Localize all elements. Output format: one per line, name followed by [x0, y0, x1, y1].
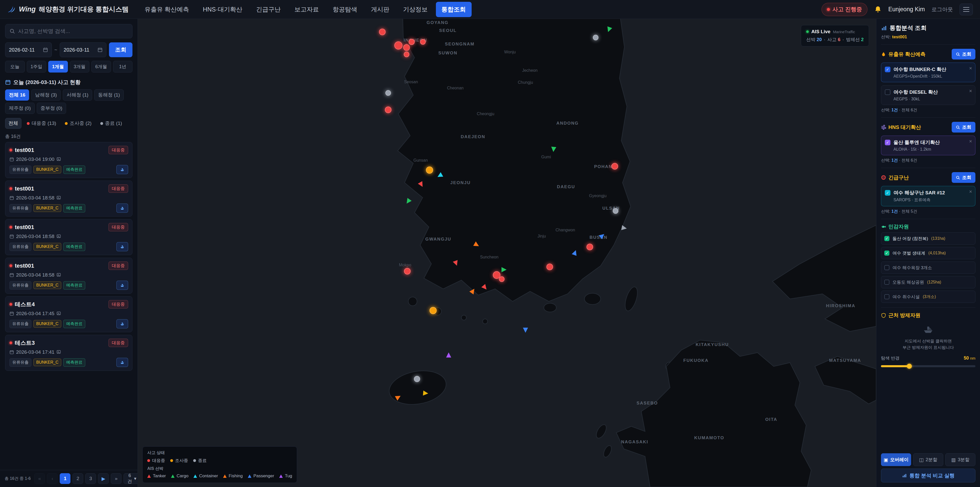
prev-page-button[interactable]: ‹ — [47, 473, 58, 484]
first-page-button[interactable]: « — [34, 473, 45, 484]
checkbox[interactable]: ✓ — [885, 140, 891, 145]
map[interactable]: GOYANGSEOULINCHEONSEONGNAMSUWONWonjuJech… — [138, 19, 876, 487]
view-on-map-button[interactable] — [116, 358, 128, 367]
sensitive-resource-row[interactable]: 오동도 해상공원(125ha) — [881, 276, 975, 288]
sensitive-resource-row[interactable]: 여수 해수욕장 3개소 — [881, 262, 975, 274]
view-on-map-button[interactable] — [116, 242, 128, 251]
view-on-map-button[interactable] — [116, 319, 128, 329]
incident-marker[interactable] — [546, 263, 553, 270]
close-icon[interactable]: × — [969, 189, 972, 195]
search-input[interactable] — [18, 28, 128, 34]
sensitive-resource-row[interactable]: ✓돌산 어장 (참전복)(131ha) — [881, 232, 975, 245]
incident-card[interactable]: test001대응중2026-03-04 18:58유류유출BUNKER_C예측… — [5, 258, 132, 294]
incident-search[interactable] — [5, 24, 132, 38]
nav-item-3[interactable]: 긴급구난 — [251, 2, 286, 17]
status-chip-1[interactable]: 전체 — [5, 118, 21, 129]
region-chip-5[interactable]: 제주청 (0) — [5, 103, 35, 114]
incident-marker[interactable] — [499, 276, 504, 282]
checkbox[interactable]: ✓ — [884, 236, 889, 241]
range-chip-6[interactable]: 1년 — [113, 61, 133, 72]
close-icon[interactable]: × — [969, 139, 972, 144]
view-on-map-button[interactable] — [116, 204, 128, 213]
date-from-input[interactable]: 2026-02-11 — [5, 42, 52, 57]
ship-marker[interactable] — [446, 353, 451, 358]
nav-item-8[interactable]: 통합조회 — [436, 2, 472, 17]
analysis-card[interactable]: 여수항 DIESEL 확산AEGPS · 30kL× — [881, 85, 975, 105]
logout-button[interactable]: 로그아웃 — [932, 6, 953, 13]
checkbox[interactable] — [884, 279, 889, 285]
incident-marker[interactable] — [426, 166, 433, 174]
checkbox[interactable] — [884, 294, 889, 299]
incident-marker[interactable] — [430, 307, 437, 314]
hamburger-menu-button[interactable] — [959, 3, 973, 15]
nav-item-1[interactable]: 유출유 확산예측 — [139, 2, 195, 17]
incident-marker[interactable] — [409, 39, 415, 45]
page-button-3[interactable]: 3 — [85, 473, 96, 484]
nav-item-6[interactable]: 게시판 — [366, 2, 395, 17]
analysis-card[interactable]: ✓여수항 BUNKER-C 확산AEGPS+OpenDrift · 150kL× — [881, 62, 975, 82]
view-mode-3[interactable]: ▥3분할 — [945, 453, 975, 466]
ship-marker[interactable] — [523, 327, 528, 333]
incident-card[interactable]: 테스트4대응중2026-03-04 17:45유류유출BUNKER_C예측완료 — [5, 296, 132, 332]
sensitive-resource-row[interactable]: 여수 취수시설(3개소) — [881, 291, 975, 303]
nav-item-4[interactable]: 보고자료 — [289, 2, 325, 17]
analysis-card[interactable]: ✓여수 해상구난 SAR #12SAROPS · 표류예측× — [881, 186, 975, 206]
incident-marker[interactable] — [404, 51, 409, 57]
last-page-button[interactable]: » — [111, 473, 121, 484]
ship-marker[interactable] — [423, 391, 428, 396]
checkbox[interactable]: ✓ — [885, 67, 891, 72]
range-chip-1[interactable]: 오늘 — [5, 61, 25, 72]
region-chip-2[interactable]: 남해청 (3) — [31, 89, 61, 101]
range-chip-5[interactable]: 6개월 — [91, 61, 111, 72]
analysis-card[interactable]: ✓울산 톨루엔 대기확산ALOHA · 15t · 1.2km× — [881, 136, 975, 155]
date-search-button[interactable]: 조회 — [109, 42, 132, 57]
incident-marker[interactable] — [420, 39, 426, 45]
date-to-input[interactable]: 2026-03-11 — [60, 42, 107, 57]
nav-item-2[interactable]: HNS·대기확산 — [197, 2, 248, 17]
incident-marker[interactable] — [379, 29, 386, 35]
checkbox[interactable]: ✓ — [885, 190, 891, 196]
checkbox[interactable]: ✓ — [884, 251, 889, 255]
status-chip-3[interactable]: 조사중 (2) — [62, 118, 95, 129]
view-on-map-button[interactable] — [116, 165, 128, 174]
incident-marker[interactable] — [593, 35, 598, 40]
view-mode-2[interactable]: ◫2분할 — [913, 453, 943, 466]
incident-card[interactable]: test001대응중2026-03-04 19:00유류유출BUNKER_C예측… — [5, 142, 132, 178]
region-chip-1[interactable]: 전체 16 — [5, 89, 29, 101]
incident-marker[interactable] — [587, 244, 593, 250]
incident-marker[interactable] — [394, 42, 402, 49]
status-chip-4[interactable]: 종료 (1) — [97, 118, 126, 129]
ship-marker[interactable] — [501, 267, 507, 272]
incident-card[interactable]: 테스트3대응중2026-03-04 17:41유류유출BUNKER_C예측완료 — [5, 335, 132, 371]
incident-active-badge[interactable]: 사고 진행중 — [821, 3, 867, 16]
incident-marker[interactable] — [611, 163, 618, 169]
incident-marker[interactable] — [385, 90, 391, 96]
page-button-1[interactable]: 1 — [60, 473, 70, 484]
view-on-map-button[interactable] — [116, 281, 128, 290]
nav-item-5[interactable]: 항공탐색 — [327, 2, 363, 17]
ship-marker[interactable] — [621, 225, 627, 231]
region-chip-4[interactable]: 동해청 (1) — [94, 89, 124, 101]
region-chip-6[interactable]: 중부청 (0) — [37, 103, 66, 114]
next-page-button[interactable]: ▶ — [98, 473, 109, 484]
view-mode-1[interactable]: ▣오버레이 — [881, 453, 911, 466]
sensitive-resource-row[interactable]: ✓여수 갯벌 생태계(4,013ha) — [881, 247, 975, 259]
incident-marker[interactable] — [404, 268, 410, 275]
nav-item-7[interactable]: 기상정보 — [398, 2, 433, 17]
range-chip-2[interactable]: 1주일 — [27, 61, 46, 72]
range-chip-3[interactable]: 1개월 — [48, 61, 68, 72]
region-chip-3[interactable]: 서해청 (1) — [63, 89, 92, 101]
hns-query-button[interactable]: 조회 — [952, 122, 975, 133]
radius-slider-thumb[interactable] — [907, 364, 912, 369]
run-analysis-button[interactable]: 통합 분석 비교 실행 — [881, 469, 975, 482]
spill-query-button[interactable]: 조회 — [952, 49, 975, 59]
checkbox[interactable] — [884, 265, 889, 270]
close-icon[interactable]: × — [969, 65, 972, 71]
incident-card[interactable]: test001대응중2026-03-04 18:58유류유출BUNKER_C예측… — [5, 219, 132, 255]
incident-marker[interactable] — [403, 44, 410, 51]
radius-slider[interactable] — [881, 365, 975, 367]
close-icon[interactable]: × — [969, 88, 972, 94]
status-chip-2[interactable]: 대응중 (13) — [24, 118, 59, 129]
incident-card[interactable]: test001대응중2026-03-04 18:58유류유출BUNKER_C예측… — [5, 180, 132, 217]
page-button-2[interactable]: 2 — [73, 473, 83, 484]
